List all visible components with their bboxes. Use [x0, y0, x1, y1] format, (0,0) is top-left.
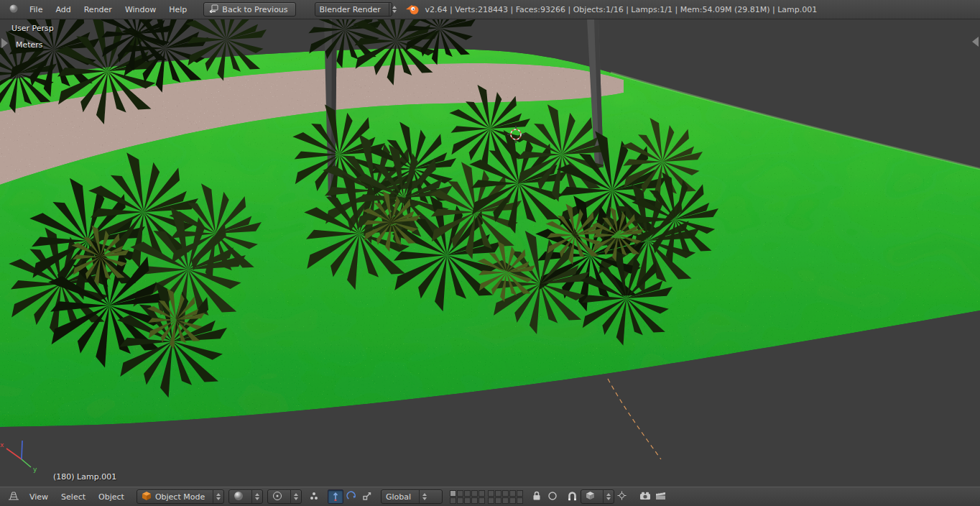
stepper-arrows[interactable]	[603, 490, 614, 503]
transform-orientation-dropdown[interactable]: Global	[381, 489, 443, 504]
menu-render[interactable]: Render	[78, 5, 119, 14]
layer-cell[interactable]	[471, 497, 478, 504]
proportional-edit-icon	[547, 491, 558, 503]
translate-manipulator-button[interactable]	[328, 489, 343, 504]
layer-cell[interactable]	[479, 497, 485, 504]
layer-cell[interactable]	[502, 497, 509, 504]
layer-cell[interactable]	[471, 490, 478, 497]
layer-cell[interactable]	[488, 490, 494, 497]
magnet-icon	[568, 491, 577, 503]
orientation-value: Global	[386, 492, 411, 502]
info-header: File Add Render Window Help Back to Prev…	[0, 0, 980, 19]
layer-cell[interactable]	[502, 490, 509, 497]
layer-cell[interactable]	[457, 497, 463, 504]
back-to-previous-button[interactable]: Back to Previous	[203, 2, 295, 17]
stepper-arrows[interactable]	[213, 490, 223, 503]
stepper-arrows[interactable]	[389, 3, 399, 16]
scale-icon	[362, 491, 372, 503]
layer-cell[interactable]	[495, 490, 501, 497]
stepper-arrows[interactable]	[251, 490, 262, 503]
clapperboard-icon	[655, 491, 666, 502]
render-engine-value: Blender Render	[320, 5, 381, 14]
menu-help[interactable]: Help	[162, 5, 193, 14]
layers-widget	[450, 490, 523, 504]
scene-lock-button[interactable]	[529, 489, 545, 504]
axis-y-label: y	[33, 466, 37, 473]
active-object-label: (180) Lamp.001	[53, 472, 116, 482]
menu-select[interactable]: Select	[55, 492, 92, 502]
scene-stats: v2.64 | Verts:218443 | Faces:93266 | Obj…	[425, 5, 818, 14]
snap-element-cube-icon	[586, 491, 595, 502]
layer-cell[interactable]	[464, 490, 471, 497]
render-engine-dropdown[interactable]: Blender Render	[315, 2, 392, 17]
camera-icon	[639, 491, 651, 502]
layer-cell[interactable]	[457, 490, 463, 497]
blender-logo	[405, 4, 420, 15]
editor-type-3dview-button[interactable]	[4, 489, 23, 504]
opengl-render-anim-button[interactable]	[653, 489, 669, 504]
properties-expand-arrow[interactable]	[972, 37, 979, 47]
scale-manipulator-button[interactable]	[359, 489, 375, 504]
shading-sphere-icon	[234, 491, 244, 503]
view-perspective-label: User Persp	[11, 24, 54, 33]
mode-dropdown[interactable]: Object Mode	[137, 489, 224, 504]
rotate-manipulator-button[interactable]	[343, 489, 359, 504]
manipulator-toggles	[328, 489, 375, 504]
snap-target-icon	[617, 491, 627, 502]
viewport-scene: x y	[0, 19, 980, 487]
layer-cell[interactable]	[517, 497, 523, 504]
snap-target-button[interactable]	[614, 489, 630, 504]
layer-cell[interactable]	[509, 497, 516, 504]
center-points-icon	[309, 491, 319, 503]
viewport-shading-dropdown[interactable]	[228, 489, 263, 504]
info-editor-icon	[9, 4, 19, 16]
opengl-render-image-button[interactable]	[637, 489, 653, 504]
3d-viewport[interactable]: x y User Persp Meters (180) Lamp.001	[0, 19, 980, 487]
layer-cell[interactable]	[509, 490, 516, 497]
pivot-icon	[272, 491, 282, 503]
proportional-edit-dropdown[interactable]	[545, 489, 560, 504]
menu-view[interactable]: View	[23, 492, 55, 502]
back-to-previous-label: Back to Previous	[222, 5, 287, 14]
layer-cell[interactable]	[495, 497, 501, 504]
lock-icon	[532, 491, 541, 503]
layer-cell[interactable]	[488, 497, 494, 504]
layer-cell[interactable]	[517, 490, 523, 497]
viewport-header: View Select Object Object Mode	[0, 487, 980, 506]
menu-object[interactable]: Object	[92, 492, 131, 502]
snap-toggle-button[interactable]	[565, 489, 581, 504]
toolbar-expand-arrow[interactable]	[1, 38, 8, 48]
layer-cell[interactable]	[464, 497, 471, 504]
stepper-arrows[interactable]	[290, 490, 301, 503]
menu-window[interactable]: Window	[119, 5, 162, 14]
menu-file[interactable]: File	[23, 5, 49, 14]
mode-value: Object Mode	[155, 492, 205, 502]
back-arrow-icon	[208, 4, 218, 15]
snap-element-dropdown[interactable]	[581, 489, 614, 504]
translate-icon	[330, 491, 341, 503]
layer-cell[interactable]	[450, 490, 456, 497]
stepper-arrows[interactable]	[419, 490, 430, 503]
layer-cell[interactable]	[450, 497, 456, 504]
manipulate-center-points-toggle[interactable]	[306, 489, 322, 504]
grid-unit-label: Meters	[16, 40, 43, 50]
editor-type-info-button[interactable]	[4, 2, 23, 17]
layer-group-2	[488, 490, 523, 504]
menu-add[interactable]: Add	[49, 5, 77, 14]
layer-cell[interactable]	[479, 490, 485, 497]
layer-group-1	[450, 490, 485, 504]
object-mode-cube-icon	[142, 491, 152, 503]
3d-view-editor-icon	[8, 491, 19, 503]
pivot-point-dropdown[interactable]	[267, 489, 302, 504]
axis-x-label: x	[0, 441, 4, 448]
rotate-icon	[346, 491, 356, 503]
